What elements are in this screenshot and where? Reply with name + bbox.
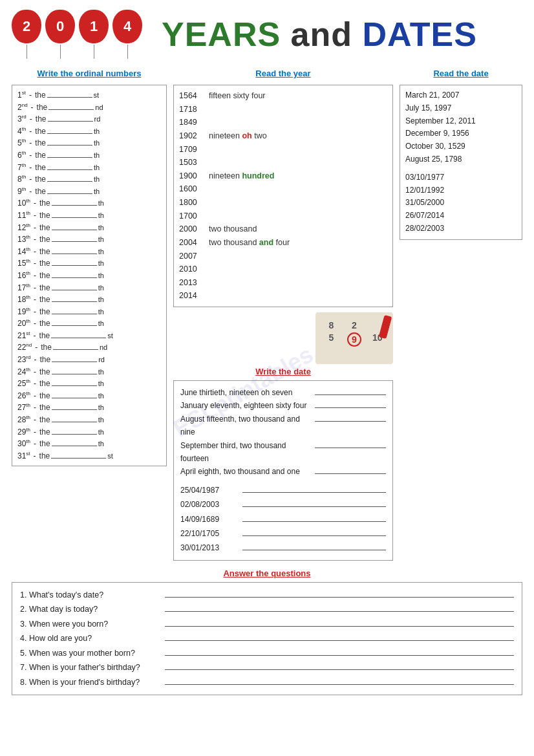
ordinal-row-23: 23rd - the rd xyxy=(17,354,161,366)
read-date-box: March 21, 2007 July 15, 1997 September 1… xyxy=(400,85,522,240)
write-date-row-2: January eleventh, eighteen sixty four xyxy=(180,399,386,412)
balloon-0: 0 xyxy=(45,10,75,59)
year-row-2013: 2013 xyxy=(179,276,387,290)
date-item-1: March 21, 2007 xyxy=(405,89,517,102)
write-date-row-4: September third, two thousand fourteen xyxy=(180,439,386,466)
write-date-row-5: April eighth, two thousand and one xyxy=(180,465,386,478)
title-dates: DATES xyxy=(363,16,477,53)
ordinal-row-5: 5th - the th xyxy=(17,137,161,149)
year-row-1503: 1503 xyxy=(179,156,387,169)
ordinal-row-4: 4th - the th xyxy=(17,125,161,138)
title-and: and xyxy=(281,16,362,53)
ordinal-row-22: 22nd - the nd xyxy=(17,341,161,354)
answer-row-8: 8. When is your friend's birthday? xyxy=(20,675,514,690)
write-date-header: Write the date xyxy=(173,367,393,376)
ordinal-row-19: 19th - the th xyxy=(17,306,161,318)
date-item-11: 28/02/2003 xyxy=(405,222,517,235)
year-row-2014: 2014 xyxy=(179,289,387,303)
date-item-4: December 9, 1956 xyxy=(405,127,517,140)
balloon-string xyxy=(27,45,27,59)
right-column: March 21, 2007 July 15, 1997 September 1… xyxy=(400,85,522,240)
ordinal-row-13: 13th - the th xyxy=(17,233,161,246)
balloon-string xyxy=(94,45,94,59)
date-item-7: 03/10/1977 xyxy=(405,171,517,184)
answer-row-3: 3. When were you born? xyxy=(20,617,514,632)
date-item-3: September 12, 2011 xyxy=(405,115,517,128)
ordinal-row-27: 27th - the th xyxy=(17,402,161,414)
balloon-circle-2: 2 xyxy=(12,10,41,43)
year-row-2007: 2007 xyxy=(179,250,387,263)
ordinal-row-24: 24th - the th xyxy=(17,366,161,378)
ordinal-row-9: 9th - the th xyxy=(17,186,161,198)
read-year-col-header: Read the year xyxy=(173,69,393,82)
year-row-1700: 1700 xyxy=(179,210,387,223)
ordinal-section-header: Write the ordinal numbers xyxy=(12,69,167,78)
ordinal-row-21: 21st - the st xyxy=(17,330,161,342)
answer-box: 1. What's today's date? 2. What day is t… xyxy=(12,582,522,696)
ordinal-row-12: 12th - the th xyxy=(17,222,161,234)
main-columns: 1st - the st 2nd - the nd 3rd - the rd 4… xyxy=(12,85,522,561)
year-row-2000: 2000 two thousand xyxy=(179,222,387,236)
ordinal-row-30: 30th - the th xyxy=(17,438,161,450)
answer-row-2: 2. What day is today? xyxy=(20,602,514,617)
ordinal-row-14: 14th - the th xyxy=(17,246,161,258)
ordinal-row-17: 17th - the th xyxy=(17,282,161,294)
answer-row-1: 1. What's today's date? xyxy=(20,588,514,603)
balloon-string xyxy=(127,45,128,59)
ordinal-row-6: 6th - the th xyxy=(17,149,161,162)
date-num-row-5: 30/01/2013 xyxy=(180,541,386,554)
year-row-1849: 1849 xyxy=(179,116,387,129)
write-date-box: June thirtieth, nineteen oh seven Januar… xyxy=(173,380,393,561)
year-row-2010: 2010 xyxy=(179,263,387,276)
balloon-string xyxy=(60,45,61,59)
date-num-row-1: 25/04/1987 xyxy=(180,484,386,497)
read-date-col-header: Read the date xyxy=(400,69,522,82)
date-num-row-2: 02/08/2003 xyxy=(180,498,386,511)
write-date-row-1: June thirtieth, nineteen oh seven xyxy=(180,386,386,399)
columns-headers: Write the ordinal numbers Read the year … xyxy=(12,69,522,82)
title-years: YEARS xyxy=(162,16,281,53)
year-row-1600: 1600 xyxy=(179,182,387,196)
ordinal-row-1: 1st - the st xyxy=(17,89,161,102)
write-date-row-3: August fifteenth, two thousand and nine xyxy=(180,413,386,439)
ordinal-row-8: 8th - the th xyxy=(17,173,161,186)
date-item-2: July 15, 1997 xyxy=(405,102,517,115)
date-item-6: August 25, 1798 xyxy=(405,153,517,166)
date-num-row-4: 22/10/1705 xyxy=(180,527,386,540)
answer-row-7: 7. When is your father's birthday? xyxy=(20,660,514,675)
date-num-row-3: 14/09/1689 xyxy=(180,513,386,526)
year-row-1902: 1902 nineteen oh two xyxy=(179,129,387,143)
year-row-1800: 1800 xyxy=(179,196,387,210)
ordinal-col-header: Write the ordinal numbers xyxy=(12,69,167,82)
ordinal-row-26: 26th - the th xyxy=(17,390,161,402)
balloons-decoration: 2 0 1 4 xyxy=(12,10,142,59)
ordinal-row-28: 28th - the th xyxy=(17,414,161,426)
balloon-2: 2 xyxy=(12,10,41,59)
year-row-1709: 1709 xyxy=(179,143,387,157)
answer-section-header: Answer the questions xyxy=(12,568,522,578)
balloon-circle-4: 4 xyxy=(112,10,142,43)
date-item-9: 31/05/2000 xyxy=(405,197,517,210)
ordinal-row-20: 20th - the th xyxy=(17,318,161,330)
ordinal-row-15: 15th - the th xyxy=(17,257,161,270)
balloon-circle-0: 0 xyxy=(45,10,75,43)
year-row-2004: 2004 two thousand and four xyxy=(179,236,387,250)
year-row-1718: 1718 xyxy=(179,103,387,116)
balloon-1: 1 xyxy=(79,10,109,59)
read-year-box: 1564 fifteen sixty four 1718 1849 1902 n… xyxy=(173,85,393,307)
ordinal-row-3: 3rd - the rd xyxy=(17,113,161,125)
ordinal-row-10: 10th - the th xyxy=(17,197,161,210)
answer-row-5: 5. When was your mother born? xyxy=(20,646,514,661)
balloon-circle-1: 1 xyxy=(79,10,109,43)
answer-section: Answer the questions 1. What's today's d… xyxy=(12,568,522,696)
middle-column: 1564 fifteen sixty four 1718 1849 1902 n… xyxy=(173,85,393,561)
calendar-image: 8 2 5 9 10 xyxy=(315,312,393,364)
date-item-10: 26/07/2014 xyxy=(405,210,517,222)
ordinal-row-2: 2nd - the nd xyxy=(17,102,161,114)
ordinal-row-29: 29th - the th xyxy=(17,426,161,438)
ordinal-box: 1st - the st 2nd - the nd 3rd - the rd 4… xyxy=(12,85,167,466)
ordinal-row-11: 11th - the th xyxy=(17,210,161,222)
ordinal-row-18: 18th - the th xyxy=(17,294,161,306)
date-item-8: 12/01/1992 xyxy=(405,184,517,197)
page-title: YEARS and DATES xyxy=(162,15,477,54)
